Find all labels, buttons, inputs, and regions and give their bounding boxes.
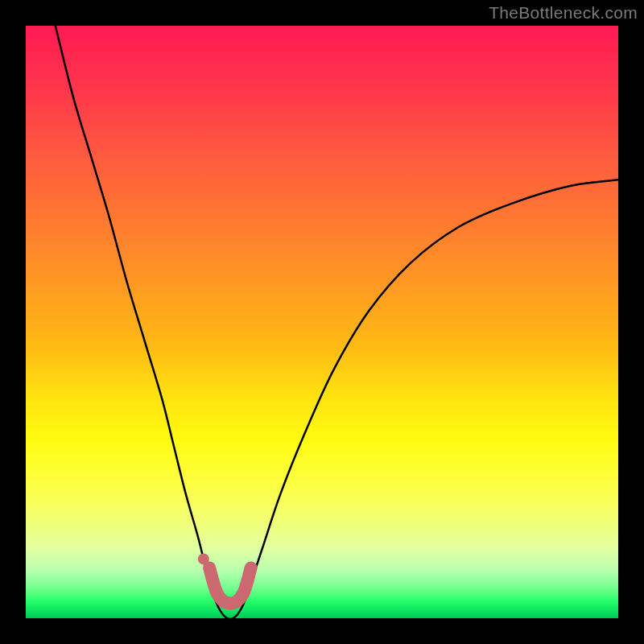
chart-frame: TheBottleneck.com [0,0,644,644]
plot-area [26,26,618,618]
trough-highlight [209,568,251,603]
curve-layer [26,26,618,618]
bottleneck-curve [56,26,618,618]
trough-dot [198,553,209,564]
watermark-text: TheBottleneck.com [489,3,638,23]
